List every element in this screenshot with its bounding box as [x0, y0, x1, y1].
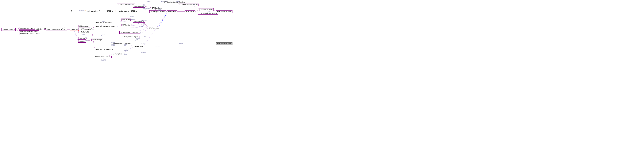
label-checkmark: checkmark — [161, 0, 167, 2]
node-SFYButtonControl[interactable]: SFYButtonControl — [200, 8, 214, 11]
node-SFYResponder[interactable]: SFYResponder — [148, 27, 160, 29]
label-context: _context — [140, 31, 145, 33]
label-sdip: _sdip _clip — [124, 44, 127, 46]
node-SFXGraphics-FontRec[interactable]: SFXGraphics::FontRec — [94, 56, 112, 58]
svg-line-30 — [158, 12, 168, 28]
node-SFXArray-CacheRefPtr[interactable]: < CacheRefPtr > — [78, 31, 92, 33]
label-color3: _color — [176, 1, 179, 2]
label-render-update: render update — [112, 42, 116, 45]
node-SFYHandler[interactable]: SFYHandler — [121, 24, 132, 26]
node-SFXOClusterHeap-T-Alloc[interactable]: SFXOClusterHeap< T, Alloc > — [19, 33, 41, 35]
label-handler: _handler — [130, 18, 135, 20]
label-origin: _origin — [81, 34, 85, 35]
label-handler2: _handler — [140, 23, 145, 25]
node-T-exception[interactable]: T — [70, 10, 73, 12]
label-bound: _bound — [178, 42, 183, 44]
label-size: _size — [84, 37, 88, 38]
node-SFAHeap[interactable]: SFAHeap< Alloc > — [2, 28, 16, 31]
node-static-exception-SFCError[interactable]: static_exception< SFCError > — [118, 10, 140, 12]
label-node2: _node — [101, 24, 105, 26]
node-SFYCheckboxControl[interactable]: SFYCheckboxControl — [216, 10, 232, 13]
diagram-canvas: SFAHeap< Alloc > SFAOClusterHeap< SFODeb… — [0, 0, 644, 143]
node-SFXArray-SFYResponderPtr2[interactable]: SFXArray< SFYResponderPtr > — [94, 25, 117, 28]
svg-line-0 — [16, 28, 19, 29]
node-SFYDistributor-ContextRec[interactable]: SFYDistributor::ContextRec — [120, 31, 140, 34]
label-dark-light: dark light base background — [142, 4, 150, 10]
label-color1: _color — [128, 4, 132, 5]
node-SFYCheckboxControl2[interactable]: SFYCheckboxControl — [216, 42, 232, 45]
node-SFYTracer[interactable]: SFYTracer — [121, 18, 130, 21]
label-node3: _node — [101, 34, 105, 36]
node-SFYRenderer[interactable]: SFYRenderer — [133, 45, 144, 48]
label-child: _child — [140, 26, 144, 27]
label-flag: _flag — [143, 36, 146, 37]
label-color4: _color — [192, 4, 196, 5]
node-UInt32[interactable]: < UInt32 > — [35, 28, 44, 30]
node-SFXRGBColor-RGBRec[interactable]: SFXRGBColor::RGBRec — [117, 4, 135, 6]
label-distributor: _distributor — [140, 20, 146, 22]
label-buffer: _buffer — [62, 27, 66, 29]
node-static-exception-T[interactable]: static_exception< T > — [86, 10, 102, 12]
label-virtual-real: _virtual _real — [135, 38, 140, 40]
node-SFXArray-SFYResponderPtr[interactable]: < SFYResponderPtr > — [78, 28, 95, 30]
svg-line-1 — [16, 30, 19, 32]
label-tracer: _tracer — [130, 16, 134, 17]
label-global: global — [112, 45, 115, 46]
node-SFXGraphics[interactable]: SFXGraphics — [112, 53, 123, 55]
label-node1: _node — [101, 21, 105, 22]
node-SFXArray[interactable]: SFXArray — [70, 28, 79, 31]
node-SFYControl[interactable]: SFYControl — [185, 10, 195, 13]
label-exception: _exception — [78, 9, 85, 11]
label-key: _key — [208, 11, 210, 12]
node-SFXArray-V[interactable]: SFXArray< V > — [78, 25, 90, 28]
node-SFCError[interactable]: < SFCError > — [105, 10, 116, 12]
node-SFYWidget[interactable]: SFYWidget — [167, 10, 177, 13]
label-color2: _color — [158, 7, 162, 8]
label-context2: _context — [140, 42, 145, 44]
label-origin2: _origin — [84, 40, 88, 41]
svg-line-31 — [143, 12, 168, 46]
label-cache: _cache — [124, 50, 128, 51]
label-shadow: shadow — [146, 1, 150, 2]
node-SFAOClusterHeap-SFODebug[interactable]: SFAOClusterHeap< SFODebugAllocator > — [19, 27, 49, 30]
label-button-focus: button focus — [158, 8, 162, 12]
label-font: _font — [124, 54, 126, 55]
node-SFXRectangle[interactable]: SFXRectangle — [92, 38, 103, 41]
label-renderer: _renderer — [155, 45, 160, 47]
label-graphics: _graphics — [140, 52, 146, 54]
node-SFXArray-CacheRefPtr2[interactable]: SFXArray< CacheRefPtr > — [94, 48, 114, 51]
label-translate: _translate _vtranslate — [100, 58, 106, 61]
svg-line-26 — [130, 25, 148, 28]
